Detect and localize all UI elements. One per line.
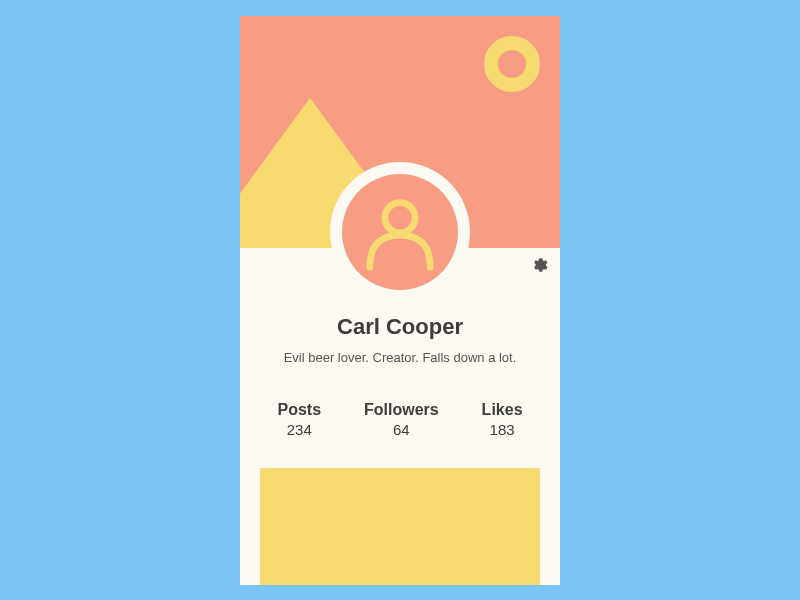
stat-posts-label: Posts	[277, 401, 321, 419]
stat-posts-value: 234	[277, 421, 321, 438]
avatar[interactable]	[330, 162, 470, 302]
profile-name: Carl Cooper	[240, 314, 560, 340]
stat-likes-value: 183	[482, 421, 523, 438]
profile-card: Carl Cooper Evil beer lover. Creator. Fa…	[240, 16, 560, 585]
settings-button[interactable]	[530, 256, 548, 274]
avatar-inner	[342, 174, 458, 290]
stat-followers[interactable]: Followers 64	[364, 401, 439, 438]
stat-followers-label: Followers	[364, 401, 439, 419]
stat-followers-value: 64	[364, 421, 439, 438]
profile-bio: Evil beer lover. Creator. Falls down a l…	[240, 350, 560, 365]
stat-posts[interactable]: Posts 234	[277, 401, 321, 438]
sun-shape	[484, 36, 540, 92]
svg-point-0	[385, 202, 415, 232]
stat-likes[interactable]: Likes 183	[482, 401, 523, 438]
stats-row: Posts 234 Followers 64 Likes 183	[240, 401, 560, 438]
gear-icon	[530, 256, 548, 274]
feed	[240, 468, 560, 585]
stat-likes-label: Likes	[482, 401, 523, 419]
user-icon	[358, 190, 442, 274]
feed-item[interactable]	[260, 468, 540, 585]
